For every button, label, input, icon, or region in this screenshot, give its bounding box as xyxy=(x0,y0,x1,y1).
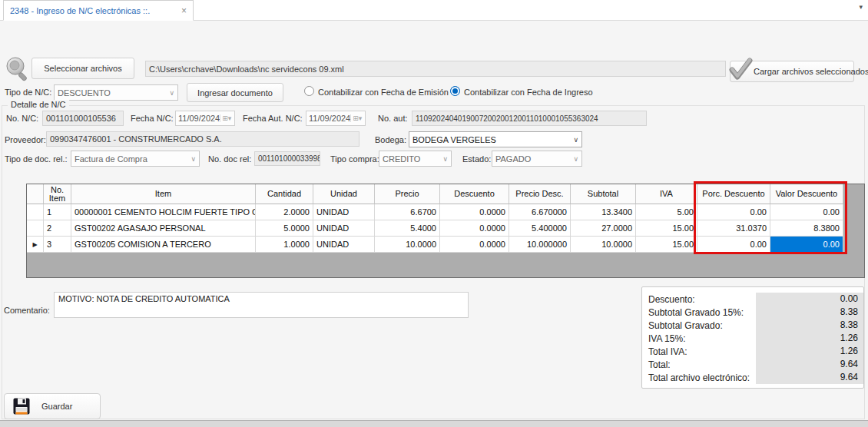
grid-cell-descuento[interactable]: 0.0000 xyxy=(440,220,509,237)
load-selected-files-label: Cargar archivos seleccionados xyxy=(754,67,868,76)
grid-header-iva[interactable]: IVA xyxy=(636,184,697,204)
grid-cell-precio-desc[interactable]: 10.000000 xyxy=(509,237,571,253)
grid-cell-unidad[interactable]: UNIDAD xyxy=(313,237,375,253)
no-aut-value: 1109202404019007200200120011010001055363… xyxy=(416,114,598,123)
grid-cell-valor-descuento[interactable]: 0.00 xyxy=(770,204,843,220)
tipo-nc-value: DESCUENTO xyxy=(58,88,111,98)
total-label: Descuento: xyxy=(642,294,756,305)
grid-header-precio[interactable]: Precio xyxy=(375,184,440,204)
totals-row: Subtotal Gravado: 8.38 xyxy=(642,319,863,332)
grid-header-valor-descuento[interactable]: Valor Descuento xyxy=(770,184,843,204)
fecha-nc-label: Fecha N/C: xyxy=(131,114,174,123)
guardar-label: Guardar xyxy=(41,402,72,411)
no-doc-rel-value: 0011010000339989 xyxy=(258,154,320,163)
comentario-textbox[interactable]: MOTIVO: NOTA DE CREDITO AUTOMATICA xyxy=(54,292,469,318)
total-label: Total: xyxy=(642,359,756,370)
grid-cell-item[interactable]: GST00205 COMISION A TERCERO xyxy=(71,237,256,253)
fecha-aut-picker[interactable]: 11/09/2024 ⊞▾ xyxy=(306,111,366,126)
grid-header-item[interactable]: Item xyxy=(71,184,256,204)
grid-cell-item[interactable]: 00000001 CEMENTO HOLCIM FUERTE TIPO GU xyxy=(71,204,256,220)
tipo-doc-rel-label: Tipo de doc. rel.: xyxy=(5,154,68,164)
grid-cell-porc-descuento[interactable]: 0.00 xyxy=(697,204,770,220)
calendar-dropdown-icon[interactable]: ⊞▾ xyxy=(220,114,233,122)
grid-cell-iva[interactable]: 15.00 xyxy=(636,220,697,237)
grid-cell-subtotal[interactable]: 13.3400 xyxy=(571,204,636,220)
total-label: IVA 15%: xyxy=(642,333,756,344)
tab-title: 2348 - Ingreso de N/C electrónicas ::. xyxy=(10,6,150,15)
grid-cell-descuento[interactable]: 0.0000 xyxy=(440,237,509,253)
ingresar-documento-label: Ingresar documento xyxy=(197,88,273,98)
magnifier-icon xyxy=(4,55,31,83)
grid-header-precio-desc[interactable]: Precio Desc. xyxy=(509,184,571,204)
grid-cell-item[interactable]: GST00202 AGASAJO PERSONAL xyxy=(71,220,256,237)
bodega-combo[interactable]: BODEGA VERGELES ∨ xyxy=(409,131,582,147)
total-value: 1.26 xyxy=(756,332,863,345)
totals-row: Total IVA: 1.26 xyxy=(642,345,863,358)
tipo-nc-combo[interactable]: DESCUENTO ∨ xyxy=(54,84,178,101)
close-icon[interactable]: × xyxy=(175,6,187,15)
grid-header-porc-descuento[interactable]: Porc. Descuento xyxy=(697,184,770,204)
select-files-button[interactable]: Seleccionar archivos xyxy=(31,58,134,79)
tab-ingreso-nc[interactable]: 2348 - Ingreso de N/C electrónicas ::. × xyxy=(3,0,194,21)
proveedor-value: 0990347476001 - CONSTRUMERCADO S.A. xyxy=(50,134,222,144)
grid-cell-precio-desc[interactable]: 6.670000 xyxy=(509,204,571,220)
grid-header-no-item[interactable]: No. Item xyxy=(44,184,71,204)
current-row-marker[interactable]: ▶ xyxy=(27,237,44,253)
grid-cell-no-item[interactable]: 1 xyxy=(44,204,71,220)
grid-cell-valor-descuento-selected[interactable]: 0.00 xyxy=(770,237,843,253)
row-selector-cell[interactable] xyxy=(27,204,44,220)
estado-combo[interactable]: PAGADO ∨ xyxy=(492,151,582,167)
grid-cell-cantidad[interactable]: 5.0000 xyxy=(256,220,313,237)
total-value: 9.64 xyxy=(756,358,863,371)
grid-cell-precio[interactable]: 5.4000 xyxy=(375,220,440,237)
tipo-doc-rel-combo[interactable]: Factura de Compra ∨ xyxy=(71,151,200,167)
grid-cell-unidad[interactable]: UNIDAD xyxy=(313,204,375,220)
grid-cell-precio[interactable]: 10.0000 xyxy=(375,237,440,253)
check-icon xyxy=(728,57,753,81)
tab-overflow-caret-icon[interactable]: ▾ xyxy=(859,3,863,11)
grid-header-unidad[interactable]: Unidad xyxy=(313,184,375,204)
calendar-dropdown-icon[interactable]: ⊞▾ xyxy=(350,114,363,122)
grid-cell-precio[interactable]: 6.6700 xyxy=(375,204,440,220)
no-nc-field: 001101000105536 xyxy=(42,111,124,126)
grid-cell-cantidad[interactable]: 2.0000 xyxy=(256,204,313,220)
grid-cell-porc-descuento[interactable]: 31.0370 xyxy=(697,220,770,237)
grid-header-cantidad[interactable]: Cantidad xyxy=(256,184,313,204)
radio-fecha-ingreso[interactable] xyxy=(450,86,460,96)
chevron-down-icon: ∨ xyxy=(166,89,174,97)
row-selector-cell[interactable] xyxy=(27,220,44,237)
grid-cell-descuento[interactable]: 0.0000 xyxy=(440,204,509,220)
comentario-value: MOTIVO: NOTA DE CREDITO AUTOMATICA xyxy=(58,294,230,303)
tipo-compra-combo[interactable]: CREDITO ∨ xyxy=(379,151,452,167)
grid-cell-cantidad[interactable]: 1.0000 xyxy=(256,237,313,253)
grid-cell-no-item[interactable]: 3 xyxy=(44,237,71,253)
fecha-nc-picker[interactable]: 11/09/2024 ⊞▾ xyxy=(175,111,235,126)
total-label: Total archivo electrónico: xyxy=(642,372,756,383)
radio-fecha-ingreso-label: Contabilizar con Fecha de Ingreso xyxy=(464,88,593,97)
selected-file-path-field[interactable]: C:\Users\crchave\Downloads\nc servidecon… xyxy=(145,61,726,77)
grid-cell-porc-descuento[interactable]: 0.00 xyxy=(697,237,770,253)
grid-header-subtotal[interactable]: Subtotal xyxy=(571,184,636,204)
estado-value: PAGADO xyxy=(495,154,531,164)
grid-cell-unidad[interactable]: UNIDAD xyxy=(313,220,375,237)
comentario-label: Comentario: xyxy=(4,306,50,315)
application-window: 2348 - Ingreso de N/C electrónicas ::. ×… xyxy=(0,0,868,427)
grid-cell-iva[interactable]: 5.00 xyxy=(636,204,697,220)
tipo-nc-label: Tipo de N/C: xyxy=(5,88,51,97)
grid-cell-no-item[interactable]: 2 xyxy=(44,220,71,237)
grid-cell-subtotal[interactable]: 27.0000 xyxy=(571,220,636,237)
grid-cell-valor-descuento[interactable]: 8.3800 xyxy=(770,220,843,237)
ingresar-documento-button[interactable]: Ingresar documento xyxy=(187,83,283,102)
total-value: 1.26 xyxy=(756,345,863,358)
total-label: Total IVA: xyxy=(642,346,756,357)
grid-header-selector xyxy=(27,184,44,204)
radio-fecha-emision[interactable] xyxy=(304,86,314,96)
grid-header-descuento[interactable]: Descuento xyxy=(440,184,509,204)
grid-cell-precio-desc[interactable]: 5.400000 xyxy=(509,220,571,237)
total-value: 8.38 xyxy=(756,306,863,319)
guardar-button[interactable]: Guardar xyxy=(4,393,101,419)
grid-cell-subtotal[interactable]: 10.0000 xyxy=(571,237,636,253)
chevron-down-icon: ∨ xyxy=(439,155,448,163)
estado-label: Estado: xyxy=(462,154,491,164)
grid-cell-iva[interactable]: 15.00 xyxy=(636,237,697,253)
